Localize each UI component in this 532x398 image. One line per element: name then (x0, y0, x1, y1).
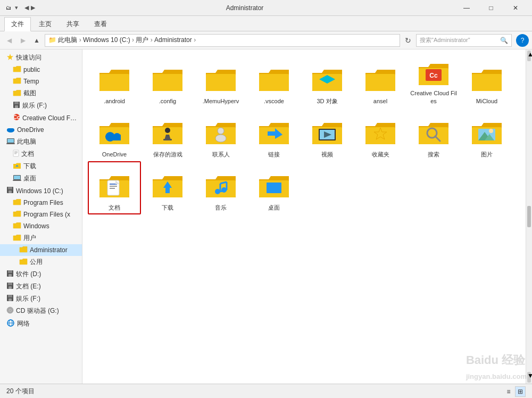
sidebar-item-public[interactable]: public (0, 64, 82, 76)
minimize-button[interactable]: — (454, 0, 479, 16)
svg-rect-31 (9, 298, 12, 301)
svg-rect-27 (8, 283, 12, 285)
file-icon-config (151, 62, 185, 96)
file-item-ansel[interactable]: ansel (354, 55, 407, 108)
sidebar-item-desktop-pc[interactable]: 桌面 (0, 172, 82, 185)
sidebar-item-temp[interactable]: Temp (0, 76, 82, 87)
svg-rect-2 (14, 102, 19, 104)
sidebar-label-creative-cloud: Creative Cloud Files (22, 114, 78, 122)
file-item-vscode[interactable]: .vscode (247, 55, 301, 108)
sidebar-item-program-files-x[interactable]: Program Files (x (0, 209, 82, 220)
sidebar-item-cd-g[interactable]: CD 驱动器 (G:) (0, 305, 82, 317)
svg-point-58 (215, 135, 226, 142)
file-item-android[interactable]: .android (88, 55, 141, 108)
scroll-thumb[interactable] (527, 206, 531, 227)
file-item-desktop[interactable]: 桌面 (247, 161, 301, 214)
file-item-onedrive[interactable]: OneDrive (88, 108, 141, 161)
sidebar-label-this-pc: 此电脑 (17, 137, 36, 146)
tab-file[interactable]: 文件 (4, 17, 31, 31)
sidebar-item-creative-cloud[interactable]: CcCreative Cloud Files (0, 112, 82, 124)
sidebar-item-yle-f2[interactable]: 娱乐 (F:) (0, 293, 82, 305)
sidebar-item-doc-e[interactable]: 文档 (E:) (0, 280, 82, 293)
svg-point-74 (489, 129, 493, 133)
tab-share[interactable]: 共享 (60, 17, 86, 31)
svg-rect-41 (259, 74, 289, 91)
file-item-memuhyperv[interactable]: .MemuHyperv (194, 55, 247, 108)
help-button[interactable]: ? (516, 34, 529, 47)
sidebar-item-windows[interactable]: Windows (0, 220, 82, 232)
sidebar-icon-downloads-pc (13, 162, 21, 171)
file-item-3d-objects[interactable]: 3D 对象 (301, 55, 354, 108)
svg-text:Cc: Cc (13, 114, 20, 120)
large-icon-view-button[interactable]: ⊞ (515, 386, 526, 397)
view-buttons: ≡ ⊞ (503, 386, 526, 397)
scroll-up-button[interactable]: ▲ (527, 51, 531, 61)
breadcrumb[interactable]: 📁 此电脑 › Windows 10 (C:) › 用户 › Administr… (45, 34, 400, 47)
sidebar-item-quick-access[interactable]: 快速访问 (0, 52, 82, 64)
file-item-pictures[interactable]: 图片 (460, 108, 513, 161)
sidebar-item-software-d[interactable]: 软件 (D:) (0, 268, 82, 280)
right-scrollbar[interactable]: ▲ ▼ (526, 49, 532, 384)
file-label-pictures: 图片 (481, 151, 493, 158)
sidebar-item-screenshot[interactable]: 截图 (0, 87, 82, 100)
search-box[interactable]: 搜索"Administrator" 🔍 (416, 34, 512, 47)
file-icon-micloud (470, 62, 504, 96)
sidebar-icon-users (13, 234, 21, 243)
file-icon-vscode (257, 62, 291, 96)
file-item-search[interactable]: 搜索 (407, 108, 460, 161)
sidebar-label-desktop-pc: 桌面 (23, 174, 36, 183)
sidebar-item-documents-pc[interactable]: 文档 (0, 148, 82, 160)
sidebar-item-win10-c[interactable]: Windows 10 (C:) (0, 185, 82, 197)
refresh-button[interactable]: ↻ (402, 35, 414, 46)
sidebar-item-onedrive[interactable]: OneDrive (0, 124, 82, 136)
sidebar-label-gongyong: 公用 (30, 258, 43, 267)
scroll-down-button[interactable]: ▼ (527, 372, 531, 383)
file-item-videos[interactable]: 视频 (301, 108, 354, 161)
search-icon[interactable]: 🔍 (500, 37, 508, 44)
file-item-documents[interactable]: 文档 (88, 161, 141, 214)
list-view-button[interactable]: ≡ (503, 386, 514, 397)
sidebar-icon-desktop-pc (13, 175, 21, 183)
window-controls: — □ ✕ (454, 0, 528, 16)
file-icon-favorites (363, 115, 397, 150)
sidebar-item-gongyong[interactable]: 公用 (0, 256, 82, 268)
sidebar-label-temp: Temp (23, 78, 39, 85)
file-item-creative-cloud-files[interactable]: CcCreative Cloud Files (407, 55, 460, 108)
sidebar-item-program-files[interactable]: Program Files (0, 197, 82, 209)
tab-home[interactable]: 主页 (32, 17, 59, 31)
sidebar-icon-program-files-x (13, 210, 21, 219)
breadcrumb-text: 📁 此电脑 › Windows 10 (C:) › 用户 › Administr… (48, 36, 196, 45)
back-button[interactable]: ◀ (3, 35, 15, 46)
sidebar-item-this-pc[interactable]: 此电脑 (0, 136, 82, 148)
file-label-memuhyperv: .MemuHyperv (203, 97, 239, 105)
sidebar-item-administrator[interactable]: Administrator (0, 244, 82, 256)
sidebar-item-users[interactable]: 用户 (0, 232, 82, 244)
up-button[interactable]: ▲ (31, 35, 43, 46)
sidebar-label-win10-c: Windows 10 (C:) (16, 187, 63, 195)
file-item-micloud[interactable]: MiCloud (460, 55, 513, 108)
file-item-music[interactable]: 音乐 (194, 161, 247, 214)
maximize-button[interactable]: □ (479, 0, 503, 16)
forward-button[interactable]: ▶ (17, 35, 29, 46)
svg-text:Cc: Cc (429, 72, 438, 79)
sidebar-icon-doc-e (6, 282, 14, 291)
file-icon-videos (310, 115, 344, 150)
sidebar-icon-network (6, 319, 15, 329)
file-item-downloads[interactable]: 下载 (141, 161, 194, 214)
file-item-contacts[interactable]: 联系人 (194, 108, 247, 161)
file-icon-pictures (470, 115, 504, 150)
file-label-onedrive: OneDrive (102, 151, 127, 158)
sidebar-label-users: 用户 (23, 234, 36, 243)
sidebar-item-network[interactable]: 网络 (0, 317, 82, 330)
sidebar-item-downloads-pc[interactable]: 下载 (0, 160, 82, 172)
close-button[interactable]: ✕ (503, 0, 528, 16)
sidebar-label-windows: Windows (23, 222, 49, 230)
sidebar-icon-gongyong (19, 258, 28, 267)
file-item-links[interactable]: 链接 (247, 108, 301, 161)
file-item-config[interactable]: .config (141, 55, 194, 108)
file-item-saved-games[interactable]: 保存的游戏 (141, 108, 194, 161)
sidebar-label-yle-f2: 娱乐 (F:) (16, 294, 40, 303)
tab-view[interactable]: 查看 (87, 17, 114, 31)
sidebar-item-yle-f[interactable]: 娱乐 (F:) (0, 100, 82, 112)
file-item-favorites[interactable]: 收藏夹 (354, 108, 407, 161)
